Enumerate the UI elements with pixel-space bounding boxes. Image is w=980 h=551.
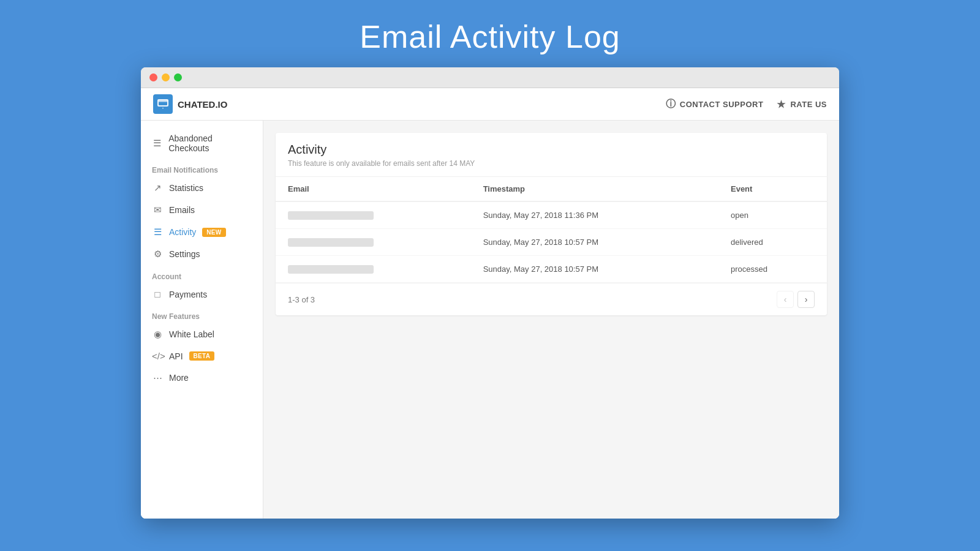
content-title: Activity [288,143,815,157]
sidebar-item-settings-label: Settings [169,249,200,259]
table-cell-timestamp-1: Sunday, May 27, 2018 11:36 PM [471,201,718,229]
contact-support-button[interactable]: ⓘ CONTACT SUPPORT [665,99,764,110]
table-cell-email [276,201,471,229]
payments-icon: □ [152,289,163,299]
top-bar: CHATED.IO ⓘ CONTACT SUPPORT ★ RATE US [141,88,839,121]
sidebar-item-abandoned-checkouts-label: Abandoned Checkouts [168,133,252,153]
activity-new-badge: New [202,228,225,237]
chart-icon: ↗ [152,182,163,193]
page-title-area: Email Activity Log [0,0,980,67]
pagination-next-button[interactable]: › [797,291,815,308]
table-header-row: Email Timestamp Event [276,177,827,201]
sidebar-item-statistics[interactable]: ↗ Statistics [141,177,263,199]
pagination-info: 1-3 of 3 [288,295,315,304]
logo-icon [153,94,173,114]
browser-window: CHATED.IO ⓘ CONTACT SUPPORT ★ RATE US ☰ … [141,67,839,519]
sidebar: ☰ Abandoned Checkouts Email Notification… [141,121,263,519]
sidebar-section-email-notifications: Email Notifications [141,159,263,177]
table-cell-event-2: delivered [718,229,827,256]
sidebar-item-api[interactable]: </> API Beta [141,345,263,367]
traffic-light-yellow[interactable] [162,73,170,81]
email-icon: ✉ [152,204,163,216]
sidebar-item-api-label: API [169,351,183,361]
pagination-prev-button[interactable]: ‹ [777,291,794,308]
table-header-event: Event [718,177,827,201]
table-footer: 1-3 of 3 ‹ › [276,283,827,315]
white-label-icon: ◉ [152,329,163,340]
page-title: Email Activity Log [0,18,980,55]
table-header-timestamp: Timestamp [471,177,718,201]
table-header-email: Email [276,177,471,201]
email-redacted-bar [288,211,374,220]
traffic-light-red[interactable] [149,73,157,81]
star-icon: ★ [775,99,786,110]
api-beta-badge: Beta [189,351,215,361]
logo-area: CHATED.IO [153,94,227,114]
sidebar-item-more[interactable]: ⋯ More [141,367,263,389]
table-row: Sunday, May 27, 2018 10:57 PM processed [276,256,827,283]
svg-rect-2 [159,100,167,102]
top-bar-actions: ⓘ CONTACT SUPPORT ★ RATE US [665,99,827,110]
table-row: Sunday, May 27, 2018 11:36 PM open [276,201,827,229]
content-subtitle: This feature is only available for email… [288,159,815,168]
table-cell-event-3: processed [718,256,827,283]
data-table: Email Timestamp Event S [276,177,827,283]
svg-marker-3 [162,108,164,109]
sidebar-item-activity-label: Activity [169,227,196,237]
table-cell-email [276,229,471,256]
table-cell-timestamp-3: Sunday, May 27, 2018 10:57 PM [471,256,718,283]
sidebar-item-white-label[interactable]: ◉ White Label [141,323,263,345]
api-icon: </> [152,351,163,361]
more-icon: ⋯ [152,372,163,383]
sidebar-item-payments[interactable]: □ Payments [141,283,263,305]
table-wrapper: Email Timestamp Event S [276,177,827,315]
sidebar-item-emails-label: Emails [169,205,195,215]
question-circle-icon: ⓘ [665,99,676,110]
sidebar-item-activity[interactable]: ☰ Activity New [141,221,263,243]
sidebar-section-new-features: New Features [141,305,263,323]
sidebar-section-account: Account [141,265,263,283]
table-row: Sunday, May 27, 2018 10:57 PM delivered [276,229,827,256]
sidebar-item-settings[interactable]: ⚙ Settings [141,243,263,265]
table-body: Sunday, May 27, 2018 11:36 PM open Sunda… [276,201,827,283]
table-cell-event-1: open [718,201,827,229]
main-layout: ☰ Abandoned Checkouts Email Notification… [141,121,839,519]
table-cell-email [276,256,471,283]
sidebar-item-abandoned-checkouts[interactable]: ☰ Abandoned Checkouts [141,128,263,159]
browser-titlebar [141,67,839,88]
logo-text: CHATED.IO [178,99,227,110]
contact-support-label: CONTACT SUPPORT [680,100,764,109]
activity-icon: ☰ [152,227,163,238]
settings-icon: ⚙ [152,249,163,260]
content-header: Activity This feature is only available … [276,133,827,177]
sidebar-item-payments-label: Payments [169,290,207,299]
sidebar-item-white-label-label: White Label [169,329,214,339]
sidebar-item-more-label: More [169,373,189,383]
content-card: Activity This feature is only available … [276,133,827,315]
sidebar-item-statistics-label: Statistics [169,183,203,193]
rate-us-label: RATE US [790,100,827,109]
browser-content: CHATED.IO ⓘ CONTACT SUPPORT ★ RATE US ☰ … [141,88,839,519]
content-area: Activity This feature is only available … [263,121,839,519]
sidebar-item-emails[interactable]: ✉ Emails [141,199,263,221]
cart-icon: ☰ [152,138,162,149]
table-cell-timestamp-2: Sunday, May 27, 2018 10:57 PM [471,229,718,256]
email-redacted-bar [288,238,374,247]
rate-us-button[interactable]: ★ RATE US [775,99,827,110]
email-redacted-bar [288,265,374,274]
traffic-light-green[interactable] [174,73,182,81]
pagination-buttons: ‹ › [777,291,815,308]
